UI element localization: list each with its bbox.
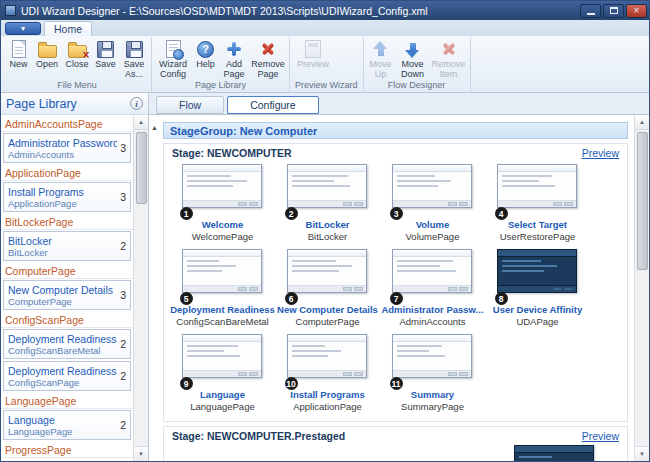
maximize-button[interactable] <box>603 4 624 18</box>
sidebar-page-item[interactable]: Deployment ReadinessConfigScanPage2 <box>3 361 131 391</box>
thumbnail-header-area <box>515 446 593 453</box>
tab-flow[interactable]: Flow <box>156 96 224 114</box>
wizard-page-card[interactable]: 9LanguageLanguagePage <box>170 334 275 412</box>
scroll-up-button[interactable]: ▲ <box>635 115 649 130</box>
preview-button[interactable]: Preview <box>292 38 334 70</box>
sidebar-group-header[interactable]: BitLockerPage <box>1 214 133 230</box>
thumbnail-body-area <box>183 342 261 370</box>
page-card-subtitle: SummaryPage <box>380 401 485 412</box>
scroll-down-icon: ▼ <box>138 451 144 457</box>
remove-page-button[interactable]: Remove Page <box>249 38 287 79</box>
open-button[interactable]: Open <box>32 38 62 70</box>
sidebar-page-item[interactable]: BitLockerBitLocker2 <box>3 231 131 261</box>
sidebar-group-header[interactable]: ProgressPage <box>1 442 133 458</box>
thumbnail-footer-area <box>183 285 261 292</box>
thumbnail-button-shape <box>354 372 363 376</box>
page-thumbnail-image <box>287 249 367 293</box>
page-item-subtitle: BitLocker <box>8 247 117 258</box>
help-button[interactable]: Help <box>192 38 219 70</box>
thumbnail-button-shape <box>249 202 258 206</box>
scroll-up-icon: ▲ <box>639 119 645 125</box>
stage-section-prestaged: Stage: NEWCOMPUTER.Prestaged Preview <box>163 426 628 461</box>
page-item-count: 2 <box>117 419 126 431</box>
page-item-title: Administrator Password <box>8 137 117 149</box>
sidebar-page-item[interactable]: New Computer DetailsComputerPage3 <box>3 280 131 310</box>
sidebar-title: Page Library <box>6 97 77 111</box>
thumbnail-body-area <box>288 342 366 370</box>
thumbnail-button-shape <box>343 202 352 206</box>
sidebar-page-item[interactable]: Install ProgramsApplicationPage3 <box>3 182 131 212</box>
collapse-stagegroup-arrow[interactable]: ▲ <box>151 124 158 131</box>
remove-item-button-label: Remove Item <box>430 60 468 79</box>
tab-configure[interactable]: Configure <box>227 96 319 114</box>
add-page-icon-holder <box>226 39 242 59</box>
wizard-page-card[interactable]: 3VolumeVolumePage <box>380 164 485 242</box>
main-area: Flow Configure ▲ StageGroup: New Compute… <box>149 93 649 461</box>
wizard-page-card[interactable]: 6New Computer DetailsComputerPage <box>275 249 380 327</box>
scroll-up-button[interactable]: ▲ <box>134 115 148 130</box>
wizard-page-card[interactable]: 4Select TargetUserRestorePage <box>485 164 590 242</box>
tab-home[interactable]: Home <box>44 21 92 36</box>
page-item-subtitle: AdminAccounts <box>8 149 117 160</box>
remove-item-button[interactable]: Remove Item <box>430 38 468 79</box>
move-down-button[interactable]: Move Down <box>396 38 430 79</box>
prestaged-partial-thumbnail[interactable] <box>514 445 596 461</box>
wizard-page-card[interactable]: 8User Device AffinityUDAPage <box>485 249 590 327</box>
scroll-down-button[interactable]: ▼ <box>134 446 148 461</box>
stage-preview-link-prestaged[interactable]: Preview <box>582 430 619 442</box>
thumbnail-header-area <box>288 165 366 172</box>
stage-label-prestaged: Stage: NEWCOMPUTER.Prestaged <box>172 430 345 442</box>
wizard-page-card[interactable]: 1WelcomeWelcomePage <box>170 164 275 242</box>
sidebar-page-item[interactable]: Deployment ReadinessConfigScanBareMetal2 <box>3 329 131 359</box>
app-menu-button[interactable]: ▾ <box>5 22 41 35</box>
stage-preview-link[interactable]: Preview <box>582 147 619 159</box>
sidebar-group-header[interactable]: LanguagePage <box>1 393 133 409</box>
thumbnail-button-shape <box>238 287 247 291</box>
sidebar-group-header[interactable]: ComputerPage <box>1 263 133 279</box>
stage-header: Stage: NEWCOMPUTER Preview <box>164 144 627 160</box>
page-thumbnail: 9 <box>182 334 264 378</box>
preview-page-icon <box>305 40 321 58</box>
wizard-config-button[interactable]: Wizard Config <box>154 38 192 79</box>
wizard-page-card[interactable]: 7Administrator Passw...AdminAccounts <box>380 249 485 327</box>
stage-header-prestaged: Stage: NEWCOMPUTER.Prestaged Preview <box>164 427 627 443</box>
sidebar-group-header[interactable]: ConfigScanPage <box>1 312 133 328</box>
wizard-page-card[interactable]: 10Install ProgramsApplicationPage <box>275 334 380 412</box>
sidebar-header: Page Library i <box>1 93 148 115</box>
wizard-page-card[interactable]: 2BitLockerBitLocker <box>275 164 380 242</box>
sidebar-group-header[interactable]: AdminAccountsPage <box>1 116 133 132</box>
main-scrollbar[interactable]: ▲ ▼ <box>634 115 649 461</box>
sidebar-page-item[interactable]: Administrator PasswordAdminAccounts3 <box>3 133 131 163</box>
close-button[interactable]: × <box>626 4 647 18</box>
thumbnail-footer-area <box>498 200 576 207</box>
sidebar-group-header[interactable]: ApplicationPage <box>1 165 133 181</box>
thumbnail-content-line <box>397 265 440 267</box>
thumbnail-footer-area <box>393 200 471 207</box>
sidebar-page-item[interactable]: LanguageLanguagePage2 <box>3 410 131 440</box>
scroll-thumb[interactable] <box>637 132 648 270</box>
sidebar-scrollbar[interactable]: ▲ ▼ <box>133 115 148 461</box>
scroll-down-button[interactable]: ▼ <box>635 446 649 461</box>
page-item-count: 2 <box>117 338 126 350</box>
save-as-button[interactable]: Save As... <box>119 38 149 79</box>
save-button[interactable]: Save <box>92 38 119 70</box>
wizard-config-icon-holder <box>166 39 181 59</box>
move-up-button[interactable]: Move Up <box>366 38 396 79</box>
info-icon[interactable]: i <box>130 97 143 110</box>
thumbnail-header-area <box>498 165 576 172</box>
add-page-button[interactable]: Add Page <box>219 38 249 79</box>
stagegroup-header[interactable]: StageGroup: New Computer <box>163 122 628 139</box>
thumbnail-button-shape <box>448 202 457 206</box>
wizard-page-card[interactable]: 11SummarySummaryPage <box>380 334 485 412</box>
thumbnail-footer-area <box>288 200 366 207</box>
close-file-button[interactable]: Close <box>62 38 92 70</box>
help-button-label: Help <box>196 60 215 70</box>
wizard-page-card[interactable]: 5Deployment ReadinessConfigScanBareMetal <box>170 249 275 327</box>
scroll-thumb[interactable] <box>136 132 147 204</box>
thumbnail-content-line <box>292 350 342 352</box>
minimize-button[interactable] <box>580 4 601 18</box>
page-number-badge: 6 <box>285 292 298 305</box>
flow-designer-content: ▲ StageGroup: New Computer Stage: NEWCOM… <box>149 115 634 461</box>
new-button[interactable]: New <box>5 38 32 70</box>
page-library-buttons: Wizard Config Help Add Page Remove Page <box>154 38 287 79</box>
